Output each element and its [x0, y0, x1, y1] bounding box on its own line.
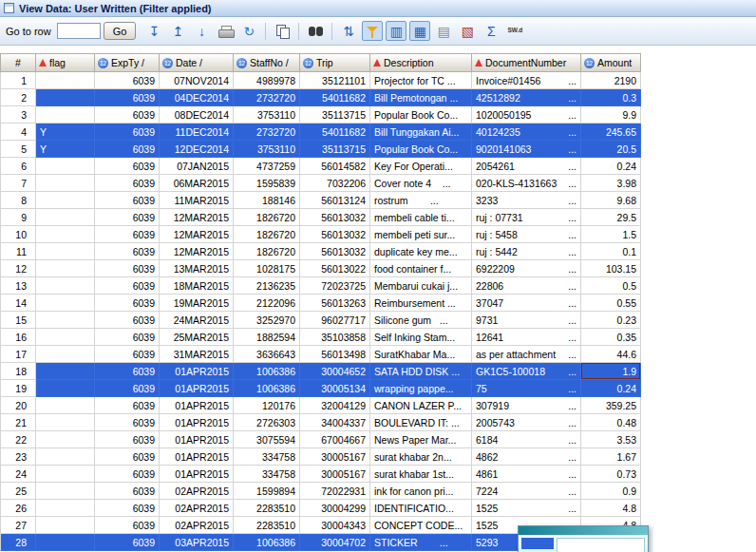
cell-desc[interactable]: membeli peti sur...: [370, 226, 472, 243]
cell-date[interactable]: 07NOV2014: [160, 72, 234, 89]
cell-flag[interactable]: [36, 295, 95, 312]
table-row-3[interactable]: 3603908DEC2014375311035113715Popular Boo…: [0, 106, 756, 124]
cell-expty[interactable]: 6039: [95, 89, 160, 106]
table-row-15[interactable]: 15603924MAR2015325297096027717Silicone g…: [0, 312, 756, 329]
cell-date[interactable]: 03APR2015: [160, 534, 234, 551]
cell-num[interactable]: 13: [0, 277, 36, 295]
cell-amount[interactable]: 0.35: [581, 329, 641, 346]
cell-expty[interactable]: 6039: [95, 192, 160, 209]
table-row-11[interactable]: 11603912MAR2015182672056013032duplicate …: [0, 243, 756, 260]
cell-doc[interactable]: 4861...: [472, 466, 581, 483]
cell-amount[interactable]: 0.73: [581, 466, 641, 483]
table-row-25[interactable]: 25603902APR2015159989472022931ink for ca…: [0, 483, 756, 500]
cell-amount[interactable]: 0.5: [581, 277, 641, 295]
cell-amount[interactable]: 0.48: [581, 414, 641, 431]
cell-desc[interactable]: Self Inking Stam...: [370, 329, 472, 346]
cell-flag[interactable]: [36, 466, 95, 483]
cell-expty[interactable]: 6039: [95, 329, 160, 346]
cell-expty[interactable]: 6039: [95, 397, 160, 414]
cell-num[interactable]: 21: [0, 414, 36, 431]
cell-date[interactable]: 01APR2015: [160, 397, 234, 414]
cell-staffno[interactable]: 2732720: [234, 89, 300, 106]
cell-date[interactable]: 08DEC2014: [160, 106, 234, 124]
cell-flag[interactable]: [36, 500, 95, 517]
table-row-9[interactable]: 9603912MAR2015182672056013032membeli cab…: [0, 209, 756, 226]
cell-expty[interactable]: 6039: [95, 260, 160, 277]
cell-trip[interactable]: 35103858: [300, 329, 370, 346]
cell-trip[interactable]: 56014582: [300, 158, 370, 175]
cell-staffno[interactable]: 1882594: [234, 329, 300, 346]
table-row-20[interactable]: 20603901APR201512017632004129CANON LAZER…: [0, 397, 756, 414]
cell-num[interactable]: 8: [0, 192, 36, 209]
cell-desc[interactable]: Bill Tunggakan Ai...: [370, 124, 472, 141]
cell-num[interactable]: 18: [0, 363, 36, 380]
cell-desc[interactable]: food container f...: [370, 260, 472, 277]
cell-num[interactable]: 1: [0, 72, 36, 89]
cell-trip[interactable]: 54011682: [300, 89, 370, 106]
cell-date[interactable]: 11MAR2015: [160, 192, 234, 209]
cell-doc[interactable]: 40124235...: [472, 124, 581, 141]
cell-flag[interactable]: [36, 89, 95, 106]
cell-date[interactable]: 07JAN2015: [160, 158, 234, 175]
cell-desc[interactable]: Key For Operati...: [370, 158, 472, 175]
cell-staffno[interactable]: 1006386: [234, 363, 300, 380]
cell-amount[interactable]: 103.15: [581, 260, 641, 277]
cell-num[interactable]: 16: [0, 329, 36, 346]
cell-doc[interactable]: 75...: [472, 380, 581, 397]
column-header-expty[interactable]: 12ExpTy /: [95, 53, 160, 72]
cell-staffno[interactable]: 1595839: [234, 175, 300, 192]
table-row-16[interactable]: 16603925MAR2015188259435103858Self Inkin…: [0, 329, 756, 346]
cell-doc[interactable]: 1020050195...: [472, 106, 581, 124]
cell-desc[interactable]: wrapping pappe...: [370, 380, 472, 397]
cell-amount[interactable]: 9.9: [581, 106, 641, 124]
table-row-6[interactable]: 6603907JAN2015473725956014582Key For Ope…: [0, 158, 756, 175]
cell-num[interactable]: 12: [0, 260, 36, 277]
cell-desc[interactable]: BOULEVARD IT: ...: [370, 414, 472, 431]
cell-amount[interactable]: 0.1: [581, 243, 641, 260]
cell-staffno[interactable]: 2726303: [234, 414, 300, 431]
column-header-num[interactable]: #: [0, 53, 36, 72]
cell-num[interactable]: 22: [0, 431, 36, 448]
cell-amount[interactable]: 0.24: [581, 380, 641, 397]
cell-trip[interactable]: 56013124: [300, 192, 370, 209]
table-row-12[interactable]: 12603913MAR2015102817556013022food conta…: [0, 260, 756, 277]
cell-doc[interactable]: 1525...: [472, 500, 581, 517]
cell-desc[interactable]: Cover note 4 ...: [370, 175, 472, 192]
cell-desc[interactable]: CANON LAZER P...: [370, 397, 472, 414]
cell-desc[interactable]: News Paper Mar...: [370, 431, 472, 448]
cell-flag[interactable]: [36, 158, 95, 175]
fixed-columns-icon[interactable]: ▤: [433, 21, 454, 41]
cell-amount[interactable]: 29.5: [581, 209, 641, 226]
cell-flag[interactable]: [36, 483, 95, 500]
floating-preview-window[interactable]: [518, 525, 649, 552]
cell-doc[interactable]: 6922209...: [472, 260, 581, 277]
cell-date[interactable]: 31MAR2015: [160, 346, 234, 363]
cell-expty[interactable]: 6039: [95, 363, 160, 380]
cell-doc[interactable]: Invoice#01456...: [472, 72, 581, 89]
cell-num[interactable]: 14: [0, 295, 36, 312]
cell-flag[interactable]: [36, 329, 95, 346]
cell-amount[interactable]: 0.23: [581, 312, 641, 329]
cell-expty[interactable]: 6039: [95, 466, 160, 483]
column-header-flag[interactable]: flag: [36, 53, 95, 72]
cell-flag[interactable]: [36, 431, 95, 448]
table-row-18[interactable]: 18603901APR2015100638630004652SATA HDD D…: [0, 363, 756, 380]
cell-flag[interactable]: [36, 534, 95, 551]
cell-desc[interactable]: IDENTIFICATIO...: [370, 500, 472, 517]
cell-flag[interactable]: [36, 517, 95, 534]
cell-flag[interactable]: [36, 277, 95, 295]
goto-first-row-icon[interactable]: ↥: [167, 21, 188, 41]
cell-desc[interactable]: STICKER ...: [370, 534, 472, 551]
cell-num[interactable]: 5: [0, 141, 36, 158]
cell-trip[interactable]: 96027717: [300, 312, 370, 329]
cell-amount[interactable]: 1.9: [581, 363, 641, 380]
cell-trip[interactable]: 56013263: [300, 295, 370, 312]
cell-date[interactable]: 02APR2015: [160, 517, 234, 534]
cell-num[interactable]: 15: [0, 312, 36, 329]
cell-date[interactable]: 06MAR2015: [160, 175, 234, 192]
cell-flag[interactable]: [36, 397, 95, 414]
cell-flag[interactable]: [36, 72, 95, 89]
cell-staffno[interactable]: 2136235: [234, 277, 300, 295]
table-row-1[interactable]: 1603907NOV2014498997835121101Projector f…: [0, 72, 756, 89]
cell-amount[interactable]: 3.53: [581, 431, 641, 448]
